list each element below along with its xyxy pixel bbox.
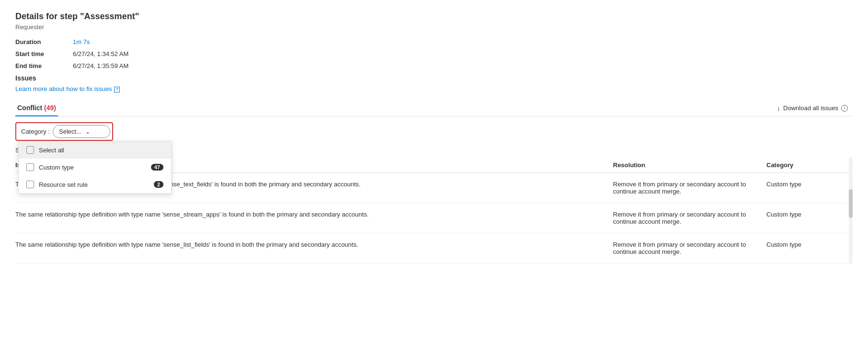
row-1-category: Custom type [766,211,853,218]
select-all-checkbox[interactable] [26,146,34,154]
end-time-value: 6/27/24, 1:35:59 AM [73,62,128,69]
scrollbar-track[interactable] [849,158,853,263]
download-label: Download all issues [783,104,838,112]
category-dropdown-menu: Select all Custom type 47 Resource set r… [18,141,172,194]
custom-type-checkbox[interactable] [26,163,34,171]
select-all-item[interactable]: Select all [19,141,171,159]
duration-value: 1m 7s [73,38,90,46]
select-placeholder: Select... [59,128,81,135]
duration-row: Duration 1m 7s [15,38,853,46]
tabs-row: Conflict (49) ↓ Download all issues i [15,100,853,116]
row-2-resolution: Remove it from primary or secondary acco… [613,241,766,255]
resource-set-rule-count: 2 [154,181,163,188]
row-1-issue: The same relationship type definition wi… [15,211,613,218]
end-time-row: End time 6/27/24, 1:35:59 AM [15,62,853,69]
end-time-label: End time [15,62,73,69]
start-time-row: Start time 6/27/24, 1:34:52 AM [15,50,853,57]
row-2-category: Custom type [766,241,853,248]
download-icon: ↓ [777,104,780,112]
start-time-value: 6/27/24, 1:34:52 AM [73,50,128,57]
start-time-label: Start time [15,50,73,57]
page-container: Details for step "Assessment" Requester … [0,0,868,343]
filter-row: Category : Select... ⌄ Select all Custom… [15,122,853,141]
select-all-label: Select all [39,147,163,154]
category-filter-label: Category : [18,126,53,137]
learn-more-link[interactable]: Learn more about how to fix issues [15,85,120,92]
conflict-tab-label: Conflict [17,104,42,112]
scrollbar-thumb[interactable] [849,189,853,218]
requester-label: Requester [15,23,853,31]
duration-label: Duration [15,38,73,46]
row-1-resolution: Remove it from primary or secondary acco… [613,211,766,225]
issues-label: Issues [15,74,853,82]
external-link-icon [114,87,120,92]
custom-type-label: Custom type [39,164,146,171]
resource-set-rule-item[interactable]: Resource set rule 2 [19,176,171,193]
filter-box: Category : Select... ⌄ Select all Custom… [15,122,113,141]
chevron-down-icon: ⌄ [85,128,90,135]
conflict-tab[interactable]: Conflict (49) [15,100,58,116]
table-row: The same relationship type definition wi… [15,203,853,233]
resource-set-rule-checkbox[interactable] [26,181,34,188]
custom-type-count: 47 [151,164,163,171]
row-2-issue: The same relationship type definition wi… [15,241,613,248]
page-title: Details for step "Assessment" [15,11,853,22]
row-0-category: Custom type [766,181,853,188]
col-header-category: Category [766,161,853,169]
conflict-tab-count: (49) [44,104,56,112]
col-header-resolution: Resolution [613,161,766,169]
resource-set-rule-label: Resource set rule [39,181,149,188]
custom-type-item[interactable]: Custom type 47 [19,159,171,176]
info-icon[interactable]: i [841,105,848,112]
category-select[interactable]: Select... ⌄ [53,125,110,138]
row-0-resolution: Remove it from primary or secondary acco… [613,181,766,195]
download-all-button[interactable]: ↓ Download all issues i [772,102,853,115]
table-row: The same relationship type definition wi… [15,233,853,263]
learn-more-text: Learn more about how to fix issues [15,85,112,92]
